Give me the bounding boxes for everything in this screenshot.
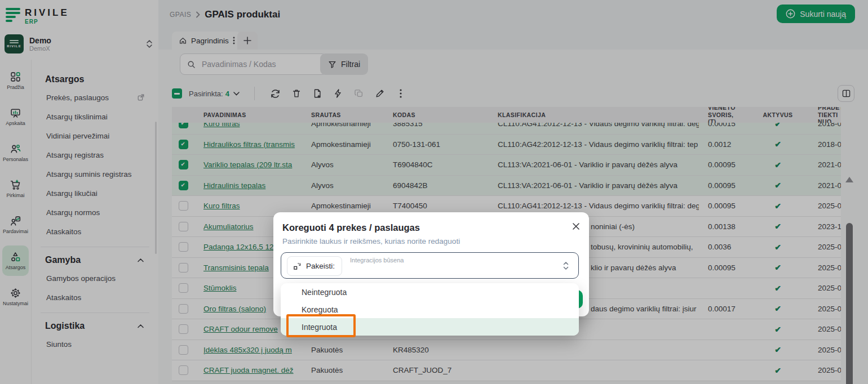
change-chip[interactable]: Pakeisti: bbox=[287, 256, 342, 276]
field-select[interactable]: Pakeisti: Integracijos būsena bbox=[281, 252, 579, 279]
close-icon[interactable] bbox=[572, 222, 580, 230]
dropdown-option-integruota[interactable]: Integruota bbox=[281, 318, 579, 336]
app-screen: RIVILE ERP RIVILE Demo DemoX PradžiaApsk… bbox=[0, 0, 868, 384]
dropdown-option-koreguota[interactable]: Koreguota bbox=[281, 301, 579, 318]
modal-subtitle: Pasirinkite laukus ir reikšmes, kurias n… bbox=[282, 237, 578, 245]
integration-status-dropdown: NeintegruotaKoreguotaIntegruota bbox=[281, 283, 579, 336]
replace-icon bbox=[293, 262, 302, 270]
change-chip-label: Pakeisti: bbox=[306, 262, 335, 270]
modal-title: Koreguoti 4 prekes / paslaugas bbox=[282, 222, 578, 233]
dropdown-option-neintegruota[interactable]: Neintegruota bbox=[281, 283, 579, 301]
select-chevrons-icon bbox=[563, 260, 569, 271]
field-floating-label: Integracijos būsena bbox=[350, 257, 404, 264]
